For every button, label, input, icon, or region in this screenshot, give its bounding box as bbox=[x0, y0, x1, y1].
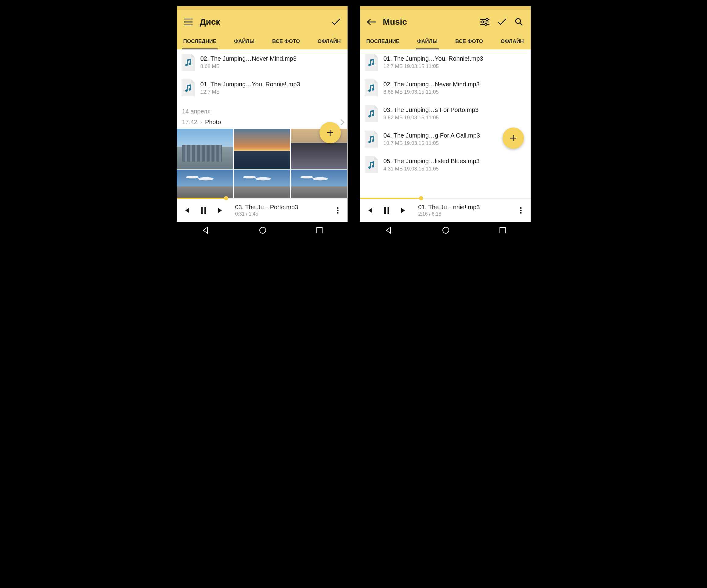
nav-back-icon[interactable] bbox=[384, 226, 393, 234]
svg-rect-12 bbox=[388, 207, 389, 214]
fab-add-button[interactable] bbox=[319, 122, 341, 143]
progress-fill bbox=[177, 198, 226, 199]
file-meta: 8.68 МБ 19.03.15 11:05 bbox=[383, 89, 526, 95]
music-file-icon bbox=[365, 156, 378, 173]
file-row[interactable]: 02. The Jumping…Never Mind.mp3 8.68 МБ bbox=[177, 49, 347, 75]
check-icon[interactable] bbox=[331, 16, 341, 28]
photo-folder-label: Photo bbox=[205, 118, 337, 126]
pause-icon[interactable] bbox=[198, 205, 209, 216]
photo-thumb[interactable] bbox=[234, 170, 290, 198]
svg-rect-6 bbox=[317, 228, 322, 233]
progress-fill bbox=[360, 198, 422, 199]
photo-thumb[interactable] bbox=[177, 129, 233, 169]
player-controls bbox=[181, 205, 226, 216]
svg-point-8 bbox=[481, 21, 484, 23]
prev-track-icon[interactable] bbox=[181, 205, 192, 216]
svg-rect-0 bbox=[201, 207, 203, 214]
file-name: 03. The Jumping…s For Porto.mp3 bbox=[383, 106, 526, 113]
file-name: 02. The Jumping…Never Mind.mp3 bbox=[200, 55, 343, 62]
player-progress[interactable] bbox=[177, 198, 347, 199]
progress-thumb[interactable] bbox=[224, 196, 228, 200]
nav-home-icon[interactable] bbox=[259, 226, 267, 234]
app-bar: Диск bbox=[177, 10, 347, 34]
file-info: 02. The Jumping…Never Mind.mp3 8.68 МБ bbox=[200, 55, 343, 70]
page-title: Диск bbox=[200, 17, 324, 27]
file-row[interactable]: 02. The Jumping…Never Mind.mp38.68 МБ 19… bbox=[360, 75, 531, 101]
music-file-icon bbox=[181, 54, 195, 71]
breadcrumb-separator-icon: › bbox=[200, 119, 202, 125]
phone-left: Диск ПОСЛЕДНИЕ ФАЙЛЫ ВСЕ ФОТО ОФЛАЙН 02.… bbox=[177, 6, 347, 239]
content-area: 01. The Jumping…You, Ronnie!.mp312.7 МБ … bbox=[360, 49, 531, 198]
android-nav-bar bbox=[360, 222, 531, 239]
svg-point-3 bbox=[337, 210, 338, 211]
back-icon[interactable] bbox=[366, 16, 377, 28]
more-icon[interactable] bbox=[515, 205, 526, 216]
file-row[interactable]: 01. The Jumping…You, Ronnie!.mp3 12.7 МБ bbox=[177, 75, 347, 101]
tab-files[interactable]: ФАЙЛЫ bbox=[233, 34, 256, 49]
svg-point-15 bbox=[520, 212, 521, 213]
svg-point-13 bbox=[520, 207, 521, 209]
player-info: 01. The Ju…nnie!.mp3 2:16 / 6:18 bbox=[418, 204, 512, 217]
nav-back-icon[interactable] bbox=[201, 226, 209, 234]
tab-offline[interactable]: ОФЛАЙН bbox=[500, 34, 525, 49]
player-track-title: 03. The Ju…Porto.mp3 bbox=[235, 204, 329, 211]
tab-files[interactable]: ФАЙЛЫ bbox=[416, 34, 439, 49]
photo-time: 17:42 bbox=[182, 118, 197, 126]
player-track-title: 01. The Ju…nnie!.mp3 bbox=[418, 204, 512, 211]
tab-bar: ПОСЛЕДНИЕ ФАЙЛЫ ВСЕ ФОТО ОФЛАЙН bbox=[177, 34, 347, 49]
file-meta: 12.7 МБ bbox=[200, 89, 343, 95]
progress-thumb[interactable] bbox=[419, 196, 423, 200]
file-name: 01. The Jumping…You, Ronnie!.mp3 bbox=[200, 81, 343, 88]
player-progress[interactable] bbox=[360, 198, 531, 199]
file-name: 05. The Jumping…listed Blues.mp3 bbox=[383, 158, 526, 165]
content-area: 02. The Jumping…Never Mind.mp3 8.68 МБ 0… bbox=[177, 49, 347, 198]
file-row[interactable]: 01. The Jumping…You, Ronnie!.mp312.7 МБ … bbox=[360, 49, 531, 75]
file-info: 01. The Jumping…You, Ronnie!.mp3 12.7 МБ bbox=[200, 81, 343, 95]
music-file-icon bbox=[365, 54, 378, 71]
svg-point-4 bbox=[337, 212, 338, 213]
file-meta: 12.7 МБ 19.03.15 11:05 bbox=[383, 63, 526, 70]
player-info: 03. The Ju…Porto.mp3 0:31 / 1:45 bbox=[235, 204, 329, 217]
next-track-icon[interactable] bbox=[398, 205, 409, 216]
nav-home-icon[interactable] bbox=[442, 226, 450, 234]
next-track-icon[interactable] bbox=[215, 205, 226, 216]
photo-thumb[interactable] bbox=[291, 170, 347, 198]
player-time: 0:31 / 1:45 bbox=[235, 211, 329, 217]
nav-recent-icon[interactable] bbox=[499, 227, 506, 234]
tab-offline[interactable]: ОФЛАЙН bbox=[316, 34, 342, 49]
page-title: Music bbox=[383, 17, 473, 27]
search-icon[interactable] bbox=[513, 16, 525, 28]
pause-icon[interactable] bbox=[381, 205, 392, 216]
file-meta: 4.31 МБ 19.03.15 11:05 bbox=[383, 166, 526, 172]
music-file-icon bbox=[365, 131, 378, 148]
svg-point-16 bbox=[443, 227, 449, 233]
file-meta: 3.52 МБ 19.03.15 11:05 bbox=[383, 115, 526, 121]
photo-thumb[interactable] bbox=[234, 129, 290, 169]
tab-recent[interactable]: ПОСЛЕДНИЕ bbox=[182, 34, 218, 49]
svg-point-7 bbox=[486, 19, 488, 21]
menu-icon[interactable] bbox=[183, 16, 194, 28]
settings-sliders-icon[interactable] bbox=[479, 16, 490, 28]
phone-right: Music ПОСЛЕДНИЕ ФАЙЛЫ ВСЕ ФОТО ОФЛАЙН 01… bbox=[360, 6, 531, 239]
chevron-right-icon bbox=[340, 119, 344, 126]
more-icon[interactable] bbox=[332, 205, 343, 216]
check-icon[interactable] bbox=[497, 16, 507, 28]
fab-add-button[interactable] bbox=[503, 128, 524, 149]
date-header: 14 апреля bbox=[177, 101, 347, 117]
player-time: 2:16 / 6:18 bbox=[418, 211, 512, 217]
svg-point-2 bbox=[337, 207, 338, 209]
tab-all-photos[interactable]: ВСЕ ФОТО bbox=[454, 34, 484, 49]
svg-rect-1 bbox=[204, 207, 206, 214]
android-nav-bar bbox=[177, 222, 347, 239]
prev-track-icon[interactable] bbox=[364, 205, 375, 216]
tab-bar: ПОСЛЕДНИЕ ФАЙЛЫ ВСЕ ФОТО ОФЛАЙН bbox=[360, 34, 531, 49]
photo-thumb[interactable] bbox=[177, 170, 233, 198]
tab-all-photos[interactable]: ВСЕ ФОТО bbox=[271, 34, 301, 49]
file-row[interactable]: 05. The Jumping…listed Blues.mp34.31 МБ … bbox=[360, 152, 531, 177]
file-meta: 8.68 МБ bbox=[200, 63, 343, 70]
tab-recent[interactable]: ПОСЛЕДНИЕ bbox=[365, 34, 401, 49]
nav-recent-icon[interactable] bbox=[316, 227, 323, 234]
file-row[interactable]: 03. The Jumping…s For Porto.mp33.52 МБ 1… bbox=[360, 101, 531, 126]
file-name: 02. The Jumping…Never Mind.mp3 bbox=[383, 81, 526, 88]
app-bar: Music bbox=[360, 10, 531, 34]
